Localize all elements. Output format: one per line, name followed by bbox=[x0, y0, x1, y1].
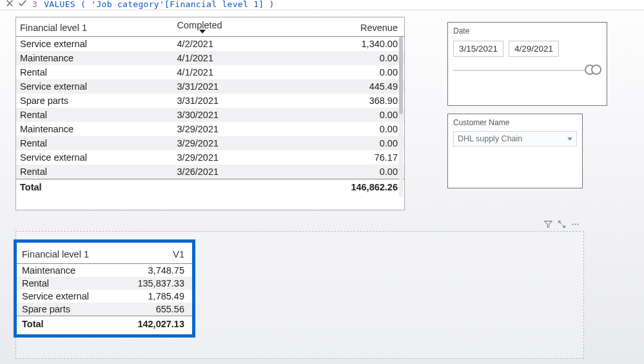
table-row[interactable]: Maintenance3,748.75 bbox=[17, 264, 192, 278]
table-row[interactable]: Rental4/1/20210.00 bbox=[16, 65, 404, 79]
table-scrollbar[interactable] bbox=[399, 37, 403, 197]
slicer-customer-label: Customer Name bbox=[453, 118, 577, 127]
table-visual-summary[interactable]: Financial level 1 V1 Maintenance3,748.75… bbox=[14, 239, 195, 338]
scrollbar-thumb[interactable] bbox=[399, 37, 403, 114]
svg-point-2 bbox=[578, 223, 579, 225]
commit-formula-icon[interactable] bbox=[18, 0, 27, 10]
customer-dropdown[interactable]: DHL supply Chain bbox=[453, 131, 577, 147]
slicer-customer[interactable]: Customer Name DHL supply Chain bbox=[447, 114, 583, 188]
table-row[interactable]: Rental3/26/20210.00 bbox=[16, 165, 404, 179]
svg-point-0 bbox=[572, 223, 573, 225]
table-row[interactable]: Rental135,837.33 bbox=[17, 277, 192, 290]
slicer-date-label: Date bbox=[453, 26, 601, 35]
table-row[interactable]: Rental3/30/20210.00 bbox=[16, 108, 404, 122]
date-start-input[interactable]: 3/15/2021 bbox=[453, 41, 503, 57]
date-end-input[interactable]: 4/29/2021 bbox=[509, 41, 559, 57]
col-v1[interactable]: V1 bbox=[116, 247, 192, 264]
table-row[interactable]: Spare parts3/31/2021368.90 bbox=[16, 94, 404, 108]
selected-visual-frame[interactable]: Financial level 1 V1 Maintenance3,748.75… bbox=[15, 231, 584, 359]
date-slider-track[interactable] bbox=[453, 70, 601, 71]
filter-icon[interactable] bbox=[544, 220, 552, 230]
total-row: Total142,027.13 bbox=[17, 316, 192, 332]
report-canvas: Financial level 1 Completed Revenue Serv… bbox=[0, 10, 644, 364]
table-row[interactable]: Spare parts655.56 bbox=[17, 303, 192, 316]
date-slider-handles[interactable] bbox=[585, 65, 604, 76]
table-visual-detail[interactable]: Financial level 1 Completed Revenue Serv… bbox=[15, 17, 405, 210]
more-options-icon[interactable] bbox=[571, 220, 580, 230]
total-row: Total146,862.26 bbox=[16, 179, 404, 196]
svg-point-1 bbox=[574, 223, 576, 225]
formula-bar: 3VALUES ( 'Job category'[Financial level… bbox=[0, 0, 644, 10]
table-row[interactable]: Service external3/29/202176.17 bbox=[16, 150, 404, 165]
table-row[interactable]: Maintenance3/29/20210.00 bbox=[16, 122, 404, 136]
col-financial-level[interactable]: Financial level 1 bbox=[16, 17, 173, 37]
col-completed[interactable]: Completed bbox=[173, 17, 284, 37]
customer-dropdown-value: DHL supply Chain bbox=[458, 134, 522, 143]
table-row[interactable]: Maintenance4/1/20210.00 bbox=[16, 51, 404, 65]
table-row[interactable]: Service external1,785.49 bbox=[17, 290, 192, 303]
cancel-formula-icon[interactable] bbox=[5, 0, 14, 10]
formula-text[interactable]: 3VALUES ( 'Job category'[Financial level… bbox=[32, 0, 275, 9]
focus-mode-icon[interactable] bbox=[558, 220, 566, 230]
col-revenue[interactable]: Revenue bbox=[284, 17, 404, 37]
chevron-down-icon bbox=[567, 137, 572, 141]
table-row[interactable]: Rental3/29/20210.00 bbox=[16, 136, 404, 150]
slicer-date[interactable]: Date 3/15/2021 4/29/2021 bbox=[447, 22, 607, 106]
table-row[interactable]: Service external4/2/20211,340.00 bbox=[16, 37, 404, 52]
table-row[interactable]: Service external3/31/2021445.49 bbox=[16, 79, 404, 94]
col-financial-level-b[interactable]: Financial level 1 bbox=[17, 247, 116, 264]
